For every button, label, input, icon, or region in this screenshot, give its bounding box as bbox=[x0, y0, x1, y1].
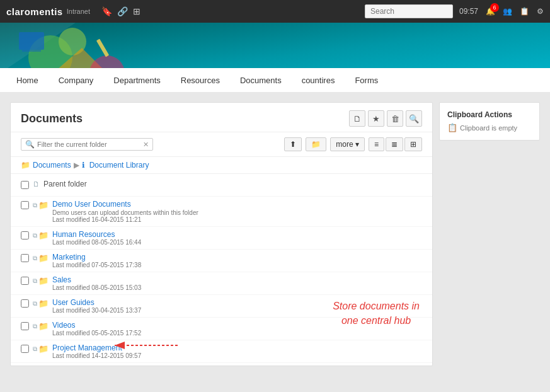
filter-input[interactable] bbox=[37, 141, 140, 148]
copy-icon: ⧉ bbox=[33, 345, 37, 353]
folder-icon: 📁 bbox=[38, 276, 49, 285]
documents-panel: Documents 🗋 ★ 🗑 🔍 🔍 ✕ ⬆ 📁 more ▾ ≡ bbox=[10, 102, 433, 366]
trash-icon-btn[interactable]: 🗑 bbox=[387, 110, 403, 127]
file-info: Human Resources Last modified 08-05-2015… bbox=[52, 230, 422, 246]
topbar-right: 09:57 🔔 6 👥 📋 ⚙ bbox=[459, 7, 544, 16]
star-icon-btn[interactable]: ★ bbox=[368, 110, 384, 127]
file-list-wrapper: 🗋 Parent folder ⧉ 📁 Demo User Documents … bbox=[11, 174, 432, 366]
file-item: ⧉ 📁 Demo User Documents Demo users can u… bbox=[11, 197, 432, 227]
more-label: more ▾ bbox=[336, 140, 359, 149]
file-name[interactable]: Sales bbox=[52, 275, 422, 284]
users-icon[interactable]: 👥 bbox=[503, 7, 512, 16]
file-icons: ⧉ 📁 bbox=[33, 200, 49, 210]
documents-header: Documents 🗋 ★ 🗑 🔍 bbox=[11, 103, 432, 132]
file-icons: 🗋 bbox=[33, 180, 40, 188]
detail-view-btn[interactable]: ≣ bbox=[386, 137, 403, 151]
list-view-btn[interactable]: ≡ bbox=[369, 137, 384, 151]
copy-icon: ⧉ bbox=[33, 255, 37, 262]
clipboard-icon-top[interactable]: 📋 bbox=[520, 7, 529, 16]
file-info: Marketing Last modified 07-05-2015 17:38 bbox=[52, 253, 422, 268]
file-icons: ⧉ 📁 bbox=[33, 344, 49, 354]
file-checkbox[interactable] bbox=[21, 201, 29, 209]
clock-display: 09:57 bbox=[459, 7, 478, 16]
file-modified: Last modified 07-05-2015 17:38 bbox=[52, 262, 422, 268]
doc-toolbar: 🔍 ✕ ⬆ 📁 more ▾ ≡ ≣ ⊞ bbox=[11, 132, 432, 157]
file-icons: ⧉ 📁 bbox=[33, 276, 49, 285]
copy-icon: ⧉ bbox=[33, 202, 37, 209]
search-input[interactable] bbox=[365, 4, 453, 18]
annotation-arrow bbox=[108, 333, 184, 358]
filter-icon: 🔍 bbox=[25, 140, 35, 149]
file-info: Sales Last modified 08-05-2015 15:03 bbox=[52, 275, 422, 291]
apps-icon[interactable]: ⊞ bbox=[133, 6, 140, 16]
file-checkbox[interactable] bbox=[21, 299, 29, 308]
doc-icon: 🗋 bbox=[33, 180, 40, 188]
copy-icon: ⧉ bbox=[33, 277, 37, 285]
file-checkbox[interactable] bbox=[21, 254, 29, 262]
hero-banner: HomeCompanyDepartmentsResourcesDocuments… bbox=[0, 23, 550, 92]
annotation-text: Store documents in one central hub bbox=[333, 299, 420, 328]
file-name[interactable]: Demo User Documents bbox=[52, 200, 422, 209]
nav-item-countires[interactable]: countires bbox=[292, 68, 345, 92]
file-item: 🗋 Parent folder bbox=[11, 176, 432, 197]
file-item: ⧉ 📁 Marketing Last modified 07-05-2015 1… bbox=[11, 250, 432, 272]
main-content: Documents 🗋 ★ 🗑 🔍 🔍 ✕ ⬆ 📁 more ▾ ≡ bbox=[0, 92, 550, 376]
file-item: ⧉ 📁 Project Management Last modified 14-… bbox=[11, 340, 432, 363]
file-modified: Last modified 16-04-2015 11:21 bbox=[52, 216, 422, 223]
file-item: ⧉ 📁 Human Resources Last modified 08-05-… bbox=[11, 227, 432, 250]
nav-item-home[interactable]: Home bbox=[6, 68, 49, 92]
new-folder-btn[interactable]: 📁 bbox=[306, 137, 326, 151]
upload-btn[interactable]: ⬆ bbox=[284, 137, 302, 151]
view-toggle: ≡ ≣ ⊞ bbox=[369, 137, 422, 151]
file-info: Demo User Documents Demo users can uploa… bbox=[52, 200, 422, 223]
nav-item-company[interactable]: Company bbox=[49, 68, 104, 92]
file-name[interactable]: Human Resources bbox=[52, 230, 422, 239]
clipboard-empty: 📋 Clipboard is empty bbox=[447, 123, 532, 132]
navbar: HomeCompanyDepartmentsResourcesDocuments… bbox=[0, 68, 550, 92]
link-icon[interactable]: 🔗 bbox=[117, 6, 128, 16]
clipboard-empty-label: Clipboard is empty bbox=[460, 124, 517, 132]
bookmark-icon[interactable]: 🔖 bbox=[101, 6, 112, 16]
folder-icon: 📁 bbox=[38, 231, 49, 240]
settings-icon[interactable]: ⚙ bbox=[537, 7, 544, 16]
folder-icon: 📁 bbox=[38, 200, 49, 210]
file-checkbox[interactable] bbox=[21, 181, 29, 189]
file-name[interactable]: Marketing bbox=[52, 253, 422, 262]
logo-subtitle: Intranet bbox=[67, 8, 90, 15]
filter-clear-btn[interactable]: ✕ bbox=[143, 141, 149, 149]
breadcrumb-current[interactable]: Document Library bbox=[89, 161, 149, 170]
file-checkbox[interactable] bbox=[21, 277, 29, 285]
breadcrumb: 📁 Documents ▶ ℹ Document Library bbox=[11, 157, 432, 174]
copy-icon: ⧉ bbox=[33, 323, 37, 330]
clipboard-title: Clipboard Actions bbox=[447, 110, 532, 119]
nav-item-departments[interactable]: Departments bbox=[103, 68, 170, 92]
nav-menu: HomeCompanyDepartmentsResourcesDocuments… bbox=[6, 68, 388, 92]
topbar: claromentis Intranet 🔖 🔗 ⊞ 09:57 🔔 6 👥 📋… bbox=[0, 0, 550, 23]
folder-icon: 📁 bbox=[38, 253, 49, 263]
page-icon-btn[interactable]: 🗋 bbox=[349, 110, 365, 127]
nav-item-documents[interactable]: Documents bbox=[230, 68, 292, 92]
grid-view-btn[interactable]: ⊞ bbox=[404, 137, 422, 151]
folder-icon: 📁 bbox=[38, 321, 49, 331]
notification-badge: 6 bbox=[490, 3, 499, 12]
folder-icon: 📁 bbox=[38, 344, 49, 354]
search-icon-btn[interactable]: 🔍 bbox=[406, 110, 422, 127]
documents-title: Documents bbox=[21, 112, 83, 125]
topbar-icons: 🔖 🔗 ⊞ bbox=[101, 6, 140, 16]
file-modified: Last modified 08-05-2015 15:03 bbox=[52, 284, 422, 291]
nav-item-forms[interactable]: Forms bbox=[345, 68, 388, 92]
clipboard-panel: Clipboard Actions 📋 Clipboard is empty bbox=[439, 102, 540, 141]
notifications[interactable]: 🔔 6 bbox=[486, 7, 495, 16]
nav-item-resources[interactable]: Resources bbox=[171, 68, 230, 92]
more-btn[interactable]: more ▾ bbox=[330, 137, 365, 151]
copy-icon: ⧉ bbox=[33, 232, 37, 239]
breadcrumb-folder-icon: 📁 bbox=[21, 161, 30, 170]
file-checkbox[interactable] bbox=[21, 322, 29, 330]
breadcrumb-root[interactable]: Documents bbox=[33, 161, 71, 170]
file-info: Parent folder bbox=[43, 180, 422, 188]
breadcrumb-separator: ▶ bbox=[74, 161, 79, 170]
file-item: ⧉ 📁 Sales Last modified 08-05-2015 15:03 bbox=[11, 272, 432, 295]
folder-icon: 📁 bbox=[38, 299, 49, 308]
file-checkbox[interactable] bbox=[21, 345, 29, 353]
file-checkbox[interactable] bbox=[21, 231, 29, 239]
